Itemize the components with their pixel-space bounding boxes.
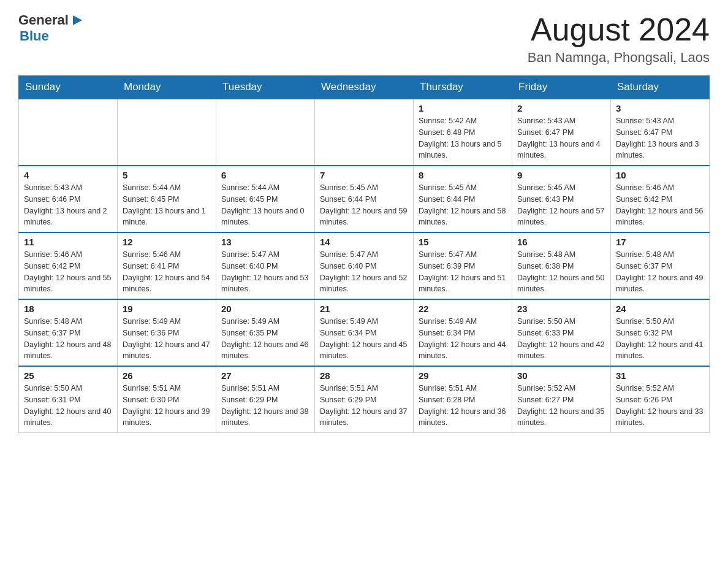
day-number: 12 [123,237,211,247]
day-number: 1 [419,103,507,113]
calendar-cell: 20Sunrise: 5:49 AM Sunset: 6:35 PM Dayli… [216,299,315,366]
calendar-cell: 7Sunrise: 5:45 AM Sunset: 6:44 PM Daylig… [315,166,414,232]
calendar-cell: 6Sunrise: 5:44 AM Sunset: 6:45 PM Daylig… [216,166,315,232]
calendar-cell: 25Sunrise: 5:50 AM Sunset: 6:31 PM Dayli… [19,366,118,433]
calendar-cell: 26Sunrise: 5:51 AM Sunset: 6:30 PM Dayli… [118,366,216,433]
calendar-cell [118,99,216,166]
calendar-week-row: 4Sunrise: 5:43 AM Sunset: 6:46 PM Daylig… [19,166,710,232]
day-info: Sunrise: 5:47 AM Sunset: 6:39 PM Dayligh… [419,249,507,295]
day-info: Sunrise: 5:43 AM Sunset: 6:47 PM Dayligh… [616,115,704,161]
day-number: 10 [616,170,704,180]
calendar-week-row: 25Sunrise: 5:50 AM Sunset: 6:31 PM Dayli… [19,366,710,433]
calendar-cell: 14Sunrise: 5:47 AM Sunset: 6:40 PM Dayli… [315,232,414,299]
day-number: 27 [221,370,309,381]
calendar-cell: 9Sunrise: 5:45 AM Sunset: 6:43 PM Daylig… [512,166,611,232]
day-of-week-header: Thursday [414,76,512,99]
month-title: August 2024 [528,12,710,47]
calendar-week-row: 11Sunrise: 5:46 AM Sunset: 6:42 PM Dayli… [19,232,710,299]
day-number: 11 [24,237,112,247]
day-info: Sunrise: 5:49 AM Sunset: 6:36 PM Dayligh… [123,316,211,362]
day-info: Sunrise: 5:47 AM Sunset: 6:40 PM Dayligh… [221,249,309,295]
day-info: Sunrise: 5:46 AM Sunset: 6:42 PM Dayligh… [24,249,112,295]
calendar-cell: 17Sunrise: 5:48 AM Sunset: 6:37 PM Dayli… [611,232,710,299]
calendar-cell [19,99,118,166]
calendar-cell: 16Sunrise: 5:48 AM Sunset: 6:38 PM Dayli… [512,232,611,299]
day-number: 25 [24,370,112,381]
day-info: Sunrise: 5:48 AM Sunset: 6:37 PM Dayligh… [616,249,704,295]
day-number: 31 [616,370,704,381]
day-number: 3 [616,103,704,113]
day-of-week-header: Wednesday [315,76,414,99]
calendar-cell: 23Sunrise: 5:50 AM Sunset: 6:33 PM Dayli… [512,299,611,366]
calendar-table: SundayMondayTuesdayWednesdayThursdayFrid… [18,75,710,433]
calendar-cell: 21Sunrise: 5:49 AM Sunset: 6:34 PM Dayli… [315,299,414,366]
calendar-cell: 18Sunrise: 5:48 AM Sunset: 6:37 PM Dayli… [19,299,118,366]
day-number: 17 [616,237,704,247]
day-number: 26 [123,370,211,381]
calendar-cell: 4Sunrise: 5:43 AM Sunset: 6:46 PM Daylig… [19,166,118,232]
calendar-cell: 22Sunrise: 5:49 AM Sunset: 6:34 PM Dayli… [414,299,512,366]
logo-blue: Blue [20,28,49,44]
day-info: Sunrise: 5:45 AM Sunset: 6:43 PM Dayligh… [517,182,605,228]
day-info: Sunrise: 5:51 AM Sunset: 6:30 PM Dayligh… [123,383,211,429]
day-number: 28 [320,370,408,381]
day-info: Sunrise: 5:52 AM Sunset: 6:26 PM Dayligh… [616,383,704,429]
day-info: Sunrise: 5:44 AM Sunset: 6:45 PM Dayligh… [221,182,309,228]
day-info: Sunrise: 5:43 AM Sunset: 6:47 PM Dayligh… [517,115,605,161]
day-number: 19 [123,304,211,314]
day-info: Sunrise: 5:47 AM Sunset: 6:40 PM Dayligh… [320,249,408,295]
calendar-cell: 2Sunrise: 5:43 AM Sunset: 6:47 PM Daylig… [512,99,611,166]
calendar-cell: 15Sunrise: 5:47 AM Sunset: 6:39 PM Dayli… [414,232,512,299]
day-number: 2 [517,103,605,113]
day-number: 7 [320,170,408,180]
day-number: 6 [221,170,309,180]
day-number: 29 [419,370,507,381]
day-number: 15 [419,237,507,247]
day-info: Sunrise: 5:45 AM Sunset: 6:44 PM Dayligh… [419,182,507,228]
calendar-cell: 24Sunrise: 5:50 AM Sunset: 6:32 PM Dayli… [611,299,710,366]
calendar-cell: 31Sunrise: 5:52 AM Sunset: 6:26 PM Dayli… [611,366,710,433]
calendar-cell: 11Sunrise: 5:46 AM Sunset: 6:42 PM Dayli… [19,232,118,299]
day-info: Sunrise: 5:52 AM Sunset: 6:27 PM Dayligh… [517,383,605,429]
logo: General Blue [18,12,83,44]
calendar-cell: 13Sunrise: 5:47 AM Sunset: 6:40 PM Dayli… [216,232,315,299]
day-info: Sunrise: 5:44 AM Sunset: 6:45 PM Dayligh… [123,182,211,228]
page-header: General Blue August 2024 Ban Namnga, Pho… [18,12,710,66]
day-info: Sunrise: 5:49 AM Sunset: 6:35 PM Dayligh… [221,316,309,362]
calendar-cell: 5Sunrise: 5:44 AM Sunset: 6:45 PM Daylig… [118,166,216,232]
day-number: 14 [320,237,408,247]
day-info: Sunrise: 5:50 AM Sunset: 6:32 PM Dayligh… [616,316,704,362]
day-of-week-header: Saturday [611,76,710,99]
calendar-cell: 1Sunrise: 5:42 AM Sunset: 6:48 PM Daylig… [414,99,512,166]
day-info: Sunrise: 5:51 AM Sunset: 6:29 PM Dayligh… [320,383,408,429]
day-number: 21 [320,304,408,314]
svg-marker-0 [73,15,82,25]
day-number: 24 [616,304,704,314]
calendar-cell: 8Sunrise: 5:45 AM Sunset: 6:44 PM Daylig… [414,166,512,232]
calendar-cell: 12Sunrise: 5:46 AM Sunset: 6:41 PM Dayli… [118,232,216,299]
calendar-cell: 29Sunrise: 5:51 AM Sunset: 6:28 PM Dayli… [414,366,512,433]
day-of-week-header: Friday [512,76,611,99]
calendar-cell: 3Sunrise: 5:43 AM Sunset: 6:47 PM Daylig… [611,99,710,166]
day-info: Sunrise: 5:42 AM Sunset: 6:48 PM Dayligh… [419,115,507,161]
day-number: 30 [517,370,605,381]
day-info: Sunrise: 5:51 AM Sunset: 6:28 PM Dayligh… [419,383,507,429]
day-info: Sunrise: 5:43 AM Sunset: 6:46 PM Dayligh… [24,182,112,228]
day-of-week-header: Tuesday [216,76,315,99]
day-info: Sunrise: 5:46 AM Sunset: 6:41 PM Dayligh… [123,249,211,295]
day-info: Sunrise: 5:46 AM Sunset: 6:42 PM Dayligh… [616,182,704,228]
day-number: 16 [517,237,605,247]
day-info: Sunrise: 5:51 AM Sunset: 6:29 PM Dayligh… [221,383,309,429]
day-of-week-header: Monday [118,76,216,99]
day-number: 5 [123,170,211,180]
calendar-cell: 28Sunrise: 5:51 AM Sunset: 6:29 PM Dayli… [315,366,414,433]
day-number: 23 [517,304,605,314]
day-number: 13 [221,237,309,247]
title-block: August 2024 Ban Namnga, Phongsali, Laos [528,12,710,66]
day-info: Sunrise: 5:50 AM Sunset: 6:33 PM Dayligh… [517,316,605,362]
calendar-cell: 30Sunrise: 5:52 AM Sunset: 6:27 PM Dayli… [512,366,611,433]
calendar-cell: 19Sunrise: 5:49 AM Sunset: 6:36 PM Dayli… [118,299,216,366]
day-info: Sunrise: 5:50 AM Sunset: 6:31 PM Dayligh… [24,383,112,429]
day-of-week-header: Sunday [19,76,118,99]
day-info: Sunrise: 5:48 AM Sunset: 6:38 PM Dayligh… [517,249,605,295]
